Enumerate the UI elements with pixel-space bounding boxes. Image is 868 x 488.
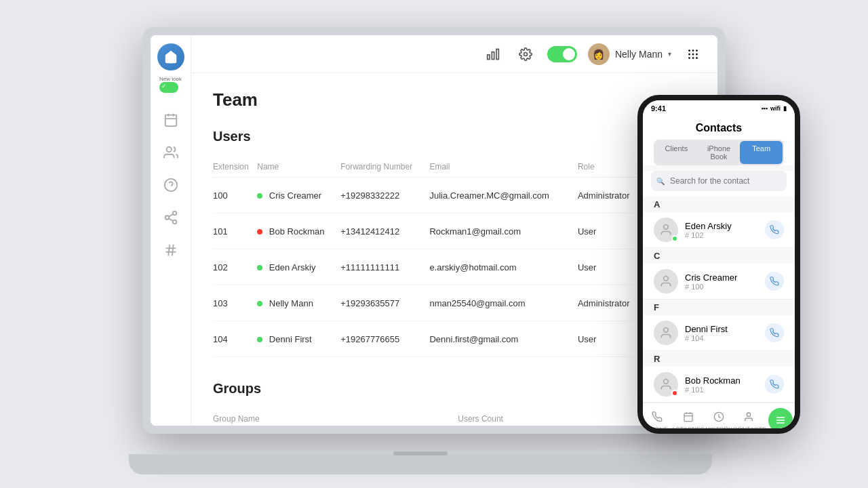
contact-status-indicator	[671, 390, 678, 396]
contact-item[interactable]: Denni First # 104	[643, 315, 795, 351]
svg-point-7	[172, 211, 176, 216]
svg-rect-16	[496, 49, 498, 59]
user-role: Administrator	[578, 285, 642, 321]
contact-section-header: A	[643, 197, 795, 212]
svg-line-15	[172, 245, 173, 256]
laptop-notch	[393, 451, 448, 455]
user-extension: 103	[213, 285, 257, 321]
contact-info: Bob Rockman # 101	[685, 375, 765, 394]
svg-point-19	[524, 52, 527, 56]
contact-call-button[interactable]	[765, 375, 784, 394]
sidebar-item-calendar[interactable]	[156, 105, 186, 135]
svg-line-11	[168, 214, 172, 217]
contact-name: Cris Creamer	[685, 272, 765, 283]
menu-active-dot	[768, 408, 793, 432]
contact-item[interactable]: Cris Creamer # 100	[643, 264, 795, 300]
user-name: Nelly Mann	[615, 49, 663, 60]
contact-item[interactable]: Bob Rockman # 101	[643, 367, 795, 403]
phone-tab-team[interactable]: Team	[740, 141, 783, 164]
svg-rect-17	[492, 52, 494, 59]
sidebar-item-support[interactable]	[156, 170, 186, 200]
topbar: 👩 Nelly Mann ▾	[191, 35, 717, 73]
svg-rect-0	[165, 115, 176, 127]
contact-call-button[interactable]	[765, 323, 784, 342]
phone-nav-menu[interactable]	[766, 408, 795, 434]
user-email: Denni.first@gmail.com	[429, 321, 577, 357]
new-look-toggle[interactable]	[159, 82, 182, 93]
svg-line-10	[168, 218, 172, 221]
user-status-dot	[257, 265, 262, 270]
phone-nav-activities[interactable]: ACTIVITIES	[671, 409, 705, 432]
phone-icon	[650, 409, 665, 424]
status-toggle[interactable]	[547, 46, 577, 62]
svg-point-25	[696, 53, 698, 55]
user-role: User	[578, 249, 642, 285]
contact-call-button[interactable]	[765, 220, 784, 239]
contact-item[interactable]: Eden Arskiy # 102	[643, 212, 795, 248]
svg-point-34	[664, 225, 669, 230]
contact-section-header: C	[643, 248, 795, 264]
phone-search	[643, 171, 795, 197]
app-logo[interactable]	[157, 43, 184, 70]
groups-section-header: Groups +	[213, 379, 696, 398]
laptop-base	[129, 454, 712, 474]
user-avatar: 👩	[588, 43, 610, 65]
col-role: Role	[578, 157, 642, 178]
svg-point-26	[688, 57, 690, 59]
svg-point-36	[664, 328, 669, 333]
contact-section-header: R	[643, 351, 795, 367]
stats-icon[interactable]	[482, 43, 504, 65]
new-look-toggle-switch[interactable]	[159, 82, 178, 93]
svg-point-9	[172, 220, 176, 224]
contact-info: Denni First # 104	[685, 324, 765, 342]
phone-status-bar: 9:41 ▪▪▪ wifi ▮	[643, 100, 795, 117]
phone-tab-iphonebook[interactable]: iPhone Book	[698, 141, 741, 164]
phone-nav-contacts[interactable]: CONTACTS	[733, 409, 766, 432]
user-forwarding: +19298332222	[340, 178, 429, 214]
phone-contacts-list: A Eden Arskiy # 102 C Cris C	[643, 197, 795, 403]
phone-nav-history-label: HISTORY	[705, 426, 732, 432]
user-info[interactable]: 👩 Nelly Mann ▾	[588, 43, 671, 65]
app-layout: New look	[151, 35, 717, 426]
sidebar-item-hash[interactable]	[156, 235, 186, 265]
user-extension: 101	[213, 214, 257, 249]
history-icon	[711, 409, 726, 424]
users-table-row: 103 Nelly Mann +19293635577 nman25540@gm…	[213, 285, 696, 321]
phone-status-time: 9:41	[651, 104, 666, 113]
groups-table: Group Name Users Count Help 2 Sales 2	[213, 409, 696, 426]
svg-point-24	[692, 53, 694, 55]
phone-nav-contacts-label: CONTACTS	[733, 426, 766, 432]
user-email: Julia.Creamer.MC@gmail.com	[429, 178, 577, 214]
user-role: User	[578, 214, 642, 249]
phone-tab-clients[interactable]: Clients	[655, 141, 698, 164]
user-status-dot	[257, 229, 262, 235]
phone-search-input[interactable]	[651, 171, 787, 191]
user-forwarding: +19293635577	[340, 285, 429, 321]
svg-point-20	[688, 49, 690, 52]
svg-point-37	[664, 380, 669, 384]
sidebar-item-contacts[interactable]	[156, 138, 186, 167]
svg-line-14	[168, 245, 170, 256]
sidebar-nav	[156, 98, 186, 426]
phone-nav-history[interactable]: HISTORY	[705, 409, 733, 432]
keypad-icon[interactable]	[682, 43, 704, 65]
users-section-title: Users	[213, 129, 251, 144]
new-look-label: New look	[159, 76, 182, 82]
col-name: Name	[257, 157, 340, 178]
phone-mockup: 9:41 ▪▪▪ wifi ▮ Contacts Clients iPhone …	[637, 95, 800, 434]
user-name-cell: Bob Rockman	[257, 214, 340, 249]
user-email: e.arskiy@hotmail.com	[429, 249, 577, 285]
chevron-down-icon: ▾	[668, 50, 671, 58]
settings-icon[interactable]	[515, 43, 536, 65]
phone-status-icons: ▪▪▪ wifi ▮	[761, 105, 787, 112]
phone-nav-phone[interactable]: PHONE	[643, 409, 671, 432]
search-wrapper	[651, 171, 787, 191]
col-email: Email	[429, 157, 577, 178]
user-extension: 100	[213, 178, 257, 214]
contact-section-header: F	[643, 300, 795, 315]
users-table: Extension Name Forwarding Number Email R…	[213, 157, 696, 357]
contact-status-indicator	[671, 235, 678, 242]
sidebar-item-share[interactable]	[156, 203, 186, 232]
phone-nav-activities-label: ACTIVITIES	[671, 426, 705, 432]
contact-call-button[interactable]	[765, 272, 784, 291]
